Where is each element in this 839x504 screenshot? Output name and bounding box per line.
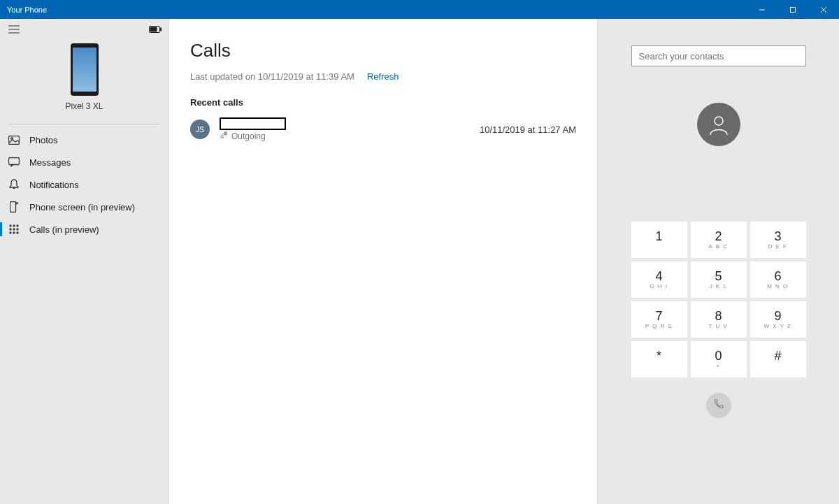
sidebar-item-label: Photos bbox=[29, 135, 57, 145]
title-bar: Your Phone bbox=[0, 0, 839, 19]
svg-point-15 bbox=[13, 225, 15, 226]
svg-rect-1 bbox=[791, 7, 796, 12]
main-panel: Calls Last updated on 10/11/2019 at 11:3… bbox=[168, 19, 598, 504]
page-title: Calls bbox=[190, 40, 576, 62]
window-title: Your Phone bbox=[7, 6, 747, 14]
sidebar-item-phone-screen[interactable]: Phone screen (in preview) bbox=[0, 196, 168, 218]
call-timestamp: 10/11/2019 at 11:27 AM bbox=[480, 124, 576, 135]
phone-screen-icon bbox=[8, 201, 20, 213]
svg-point-16 bbox=[17, 225, 18, 226]
dial-key-1[interactable]: 1 bbox=[631, 222, 687, 258]
sidebar-item-label: Messages bbox=[29, 157, 71, 168]
hamburger-icon[interactable] bbox=[7, 22, 21, 36]
divider bbox=[8, 124, 160, 124]
messages-icon bbox=[8, 157, 20, 168]
contact-avatar: JS bbox=[190, 120, 210, 139]
photos-icon bbox=[8, 134, 20, 145]
battery-icon bbox=[149, 23, 162, 36]
call-item[interactable]: JS Outgoing 10/11/2019 at 11:27 AM bbox=[190, 117, 576, 141]
contact-name-redacted bbox=[220, 117, 286, 130]
svg-point-23 bbox=[715, 117, 723, 125]
dial-key-7[interactable]: 7P Q R S bbox=[631, 301, 687, 338]
dial-key-0[interactable]: 0+ bbox=[691, 341, 747, 377]
svg-point-14 bbox=[10, 225, 11, 226]
sidebar-item-photos[interactable]: Photos bbox=[0, 129, 168, 151]
svg-point-17 bbox=[10, 229, 11, 230]
phone-icon bbox=[713, 398, 724, 412]
dial-key-9[interactable]: 9W X Y Z bbox=[750, 301, 806, 338]
last-updated-text: Last updated on 10/11/2019 at 11:39 AM bbox=[190, 71, 354, 82]
device-name: Pixel 3 XL bbox=[65, 101, 103, 111]
svg-point-19 bbox=[17, 229, 18, 230]
svg-rect-8 bbox=[160, 28, 162, 31]
contact-placeholder-avatar bbox=[697, 103, 740, 146]
recent-calls-heading: Recent calls bbox=[190, 97, 576, 108]
bell-icon bbox=[8, 179, 20, 190]
sidebar-item-label: Calls (in preview) bbox=[29, 224, 99, 235]
search-contacts-input[interactable] bbox=[631, 45, 806, 66]
svg-point-21 bbox=[13, 232, 15, 233]
phone-icon bbox=[71, 43, 99, 96]
svg-point-22 bbox=[17, 232, 18, 233]
outgoing-call-icon bbox=[220, 131, 227, 141]
svg-rect-9 bbox=[150, 27, 157, 31]
sidebar-item-calls[interactable]: Calls (in preview) bbox=[0, 218, 168, 240]
svg-point-11 bbox=[11, 137, 13, 139]
dialpad-icon bbox=[8, 224, 20, 235]
sidebar: Pixel 3 XL Photos Messages Notificati bbox=[0, 19, 168, 504]
device-preview[interactable]: Pixel 3 XL bbox=[0, 40, 168, 118]
refresh-link[interactable]: Refresh bbox=[367, 71, 399, 82]
maximize-button[interactable] bbox=[777, 0, 808, 19]
svg-rect-12 bbox=[9, 158, 20, 165]
dial-key-hash[interactable]: # bbox=[750, 341, 806, 377]
call-button[interactable] bbox=[706, 393, 731, 418]
sidebar-item-notifications[interactable]: Notifications bbox=[0, 173, 168, 196]
dialer-panel: 1 2A B C 3D E F 4G H I 5J K L 6M N O 7P … bbox=[598, 19, 839, 504]
close-button[interactable] bbox=[808, 0, 839, 19]
dial-key-8[interactable]: 8T U V bbox=[691, 301, 747, 338]
sidebar-item-label: Notifications bbox=[29, 180, 79, 190]
call-type-label: Outgoing bbox=[231, 131, 266, 141]
dial-key-2[interactable]: 2A B C bbox=[691, 222, 747, 258]
dial-key-6[interactable]: 6M N O bbox=[750, 261, 806, 298]
dial-key-4[interactable]: 4G H I bbox=[631, 261, 687, 298]
sidebar-item-label: Phone screen (in preview) bbox=[29, 202, 135, 213]
dial-key-star[interactable]: * bbox=[631, 341, 687, 377]
svg-point-20 bbox=[10, 232, 11, 233]
dialpad: 1 2A B C 3D E F 4G H I 5J K L 6M N O 7P … bbox=[631, 222, 806, 377]
dial-key-3[interactable]: 3D E F bbox=[750, 222, 806, 258]
svg-point-18 bbox=[13, 229, 15, 230]
dial-key-5[interactable]: 5J K L bbox=[691, 261, 747, 298]
sidebar-item-messages[interactable]: Messages bbox=[0, 151, 168, 173]
minimize-button[interactable] bbox=[747, 0, 777, 19]
svg-rect-13 bbox=[10, 202, 16, 213]
